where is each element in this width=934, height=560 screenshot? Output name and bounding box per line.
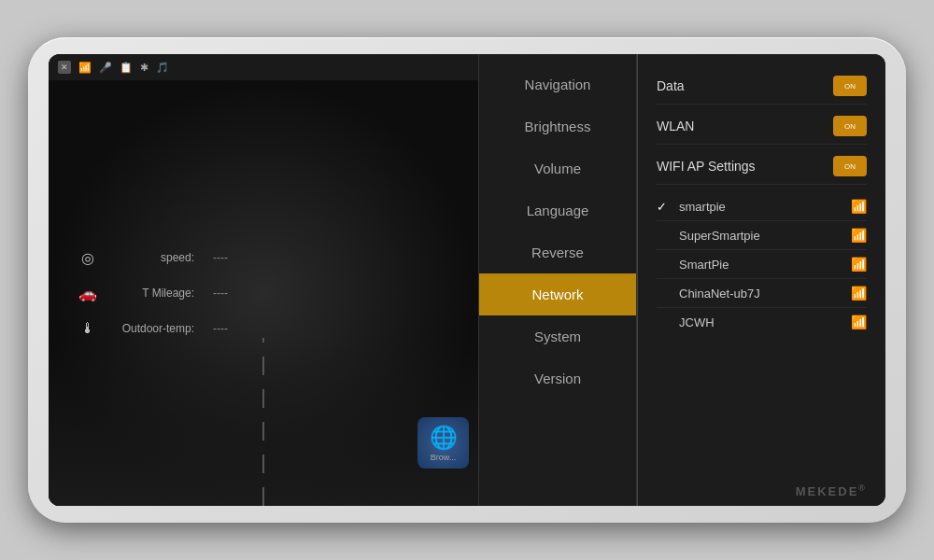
menu-item-navigation[interactable]: Navigation (479, 63, 636, 105)
data-toggle-row: Data ON (657, 68, 867, 105)
menu-item-system[interactable]: System (479, 315, 636, 357)
speed-row: ◎ speed: ---- (77, 246, 450, 269)
globe-icon: 🌐 (430, 425, 458, 451)
menu-item-brightness[interactable]: Brightness (479, 105, 636, 147)
clipboard-icon: 📋 (120, 62, 133, 74)
temp-value: ---- (213, 322, 228, 335)
bluetooth-icon: ✱ (140, 62, 149, 74)
wifi-list: ✓ smartpie 📶 SuperSmartpie 📶 SmartPie 📶 (657, 192, 867, 336)
data-label: Data (657, 78, 685, 93)
status-bar: ✕ 📶 🎤 📋 ✱ 🎵 (49, 54, 478, 80)
wifi-signal-icon: 📶 (851, 286, 867, 301)
menu-item-network[interactable]: Network (479, 273, 636, 315)
wifi-ap-on-text: ON (844, 162, 856, 171)
wifi-ap-toggle[interactable]: ON (833, 156, 867, 176)
menu-item-language[interactable]: Language (479, 189, 636, 231)
menu-panel: Navigation Brightness Volume Language Re… (478, 54, 637, 506)
wifi-name: JCWH (679, 315, 843, 329)
dashboard-panel: ✕ 📶 🎤 📋 ✱ 🎵 ◎ speed: ---- (49, 54, 478, 506)
mileage-label: T Mileage: (110, 287, 194, 300)
wifi-item-jcwh[interactable]: JCWH 📶 (657, 308, 867, 336)
wlan-toggle[interactable]: ON (833, 116, 867, 136)
wlan-toggle-on-text: ON (844, 122, 856, 131)
wifi-signal-icon: 📶 (851, 257, 867, 272)
wlan-label: WLAN (657, 119, 694, 133)
wifi-name: SuperSmartpie (679, 229, 843, 243)
temp-row: 🌡 Outdoor-temp: ---- (77, 317, 450, 340)
wifi-connected-check: ✓ (657, 200, 672, 214)
mileage-row: 🚗 T Mileage: ---- (77, 282, 450, 304)
device-frame: ✕ 📶 🎤 📋 ✱ 🎵 ◎ speed: ---- (28, 37, 906, 523)
speed-label: speed: (110, 251, 194, 264)
speedometer-icon: ◎ (77, 246, 99, 269)
wifi-name: smartpie (679, 200, 843, 214)
wifi-ap-row: WIFI AP Settings ON (657, 148, 867, 185)
screen: ✕ 📶 🎤 📋 ✱ 🎵 ◎ speed: ---- (49, 54, 885, 506)
road-lines (262, 338, 264, 506)
brand-name: MEKEDE (796, 484, 859, 498)
toggle-on-text: ON (844, 82, 856, 91)
mic-icon: 🎤 (99, 62, 112, 74)
brand-label: MEKEDE® (796, 483, 867, 498)
wifi-name: SmartPie (679, 258, 843, 272)
wifi-signal-icon: 📶 (851, 199, 867, 214)
wifi-signal-icon: 📶 (851, 315, 867, 329)
music-icon: 🎵 (156, 62, 169, 74)
browser-label: Brow... (431, 453, 457, 462)
road-background (49, 338, 478, 506)
close-button[interactable]: ✕ (58, 61, 71, 74)
car-icon: 🚗 (77, 282, 99, 304)
wifi-name: ChinaNet-ub7J (679, 287, 843, 301)
temp-label: Outdoor-temp: (110, 322, 194, 335)
mileage-value: ---- (213, 287, 228, 300)
menu-item-reverse[interactable]: Reverse (479, 231, 636, 273)
menu-item-volume[interactable]: Volume (479, 147, 636, 189)
wlan-toggle-row: WLAN ON (657, 108, 867, 145)
dashboard-content: ◎ speed: ---- 🚗 T Mileage: ---- 🌡 Outdoo… (49, 80, 478, 506)
wifi-item-smartpie2[interactable]: SmartPie 📶 (657, 250, 867, 279)
wifi-item-supersmartpie[interactable]: SuperSmartpie 📶 (657, 221, 867, 250)
menu-item-version[interactable]: Version (479, 357, 636, 399)
speed-value: ---- (213, 251, 228, 264)
wifi-status-icon: 📶 (78, 62, 92, 74)
wifi-item-smartpie[interactable]: ✓ smartpie 📶 (657, 192, 867, 221)
browser-button[interactable]: 🌐 Brow... (417, 417, 469, 469)
network-panel: Data ON WLAN ON WIFI AP Settings ON ✓ (637, 54, 885, 506)
gauge-info: ◎ speed: ---- 🚗 T Mileage: ---- 🌡 Outdoo… (77, 246, 450, 340)
thermometer-icon: 🌡 (77, 317, 99, 340)
wifi-item-chinanet[interactable]: ChinaNet-ub7J 📶 (657, 279, 867, 308)
data-toggle[interactable]: ON (833, 76, 867, 96)
wifi-signal-icon: 📶 (851, 228, 867, 243)
wifi-ap-label: WIFI AP Settings (657, 159, 756, 174)
brand-registered: ® (858, 483, 867, 493)
